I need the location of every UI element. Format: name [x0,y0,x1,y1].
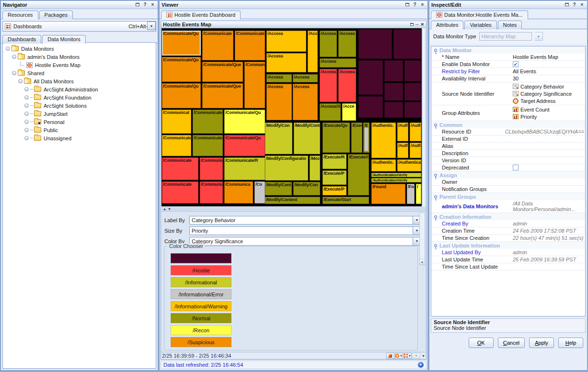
attribute-value[interactable]: Category BehaviorCategory SignificanceTa… [512,82,585,105]
treemap-cell[interactable]: /Communicate [235,31,265,60]
float-icon[interactable] [134,2,140,8]
annotate-button[interactable] [386,353,394,359]
color-swatch-informational-warning[interactable]: /Informational/Warning [171,301,231,311]
float-icon[interactable] [564,2,570,8]
color-swatch-informational[interactable]: /Informational [171,277,231,287]
attribute-value[interactable] [512,164,585,171]
tree-item-arcsight-foundation[interactable]: ArcSight Foundation [3,93,156,101]
treemap-cell[interactable]: /Authentication/Verify [371,173,421,177]
attribute-value[interactable] [512,263,585,270]
treemap-cell[interactable]: /Moc [310,156,320,180]
tree-expander-icon[interactable] [24,87,29,91]
cancel-button[interactable]: Cancel [498,338,525,348]
treemap-cell[interactable]: /Authenticat [397,159,421,171]
treemap-cell[interactable]: /Communicat [162,110,191,134]
treemap-cell[interactable]: /Execute/R [323,154,346,169]
treemap-cell[interactable]: /Commun [244,62,265,108]
attribute-value[interactable] [512,186,585,192]
treemap-cell[interactable]: /Execute/Qu [323,123,350,153]
treemap-cell[interactable] [404,60,421,81]
treemap-cell[interactable]: /Execute/Start [323,197,369,204]
treemap-cell[interactable]: /Communicate/Qu [224,110,265,134]
attribute-value[interactable]: admin [512,249,585,256]
tree-expander-icon[interactable] [24,112,29,116]
treemap-cell[interactable]: /Access [338,31,356,57]
treemap-cell[interactable]: /Modify/Cont [294,123,320,154]
layout-options-button[interactable]: ▼ [404,353,412,359]
treemap-cell[interactable]: /Communicate [162,135,191,156]
treemap-cell[interactable]: /Execute/P [323,170,346,185]
resource-type-selector[interactable]: Dashboards Ctrl+Alt+D [2,21,156,32]
size-by-select[interactable]: Priority [189,226,413,235]
treemap-cell[interactable]: /Execute/S [348,154,369,195]
attribute-value[interactable]: All Events [512,68,585,75]
treemap-cell[interactable]: /Communica [200,181,223,203]
treemap-cell[interactable]: /Access [266,84,292,120]
treemap-cell[interactable]: /Access [320,58,356,68]
float-icon[interactable] [410,22,414,27]
tree-expander-icon[interactable] [24,120,29,124]
treemap-cell[interactable] [384,102,403,118]
color-swatch-normal[interactable]: /Normal [171,313,231,323]
treemap-cell[interactable]: /Communica [200,158,223,180]
color-swatch-informational-error[interactable]: /Informational/Error [171,289,231,299]
apply-button[interactable]: Apply [529,338,554,348]
tree-item-arcsight-administration[interactable]: ArcSight Administration [3,85,156,93]
treemap-cell[interactable]: /Access [266,31,306,52]
treemap-cell[interactable]: /Communicate/Que [202,83,243,108]
subtab-notes[interactable]: Notes [498,21,522,29]
treemap-cell[interactable]: /Modify/Configuratio [265,156,308,180]
treemap-cell[interactable] [358,96,383,118]
tree-item-data-monitors[interactable]: Data Monitors [3,45,156,53]
controls-scrollbar[interactable]: ▼ [419,213,425,265]
tab-hostile-events-dashboard[interactable]: Hostile Events Dashboard [161,11,241,19]
treemap-cell[interactable]: /Communicate/R [224,158,265,180]
tree-item-personal[interactable]: Personal [3,118,156,126]
attribute-value[interactable] [512,179,585,185]
more-options-icon[interactable]: ▼ [422,354,425,358]
help-icon[interactable]: ? [142,2,148,8]
tree-expander-icon[interactable] [12,71,16,75]
tree-expander-icon[interactable] [6,46,10,51]
color-swatch-hostile[interactable]: /Hostile [171,265,231,275]
pane-splitter[interactable]: ▲ ▼ [161,207,426,211]
treemap-cell[interactable]: /Communicate [193,110,223,134]
treemap-cell[interactable]: /Auth [410,143,421,158]
tree-item-public[interactable]: Public [3,126,156,134]
treemap-cell[interactable]: /Execute/P [323,186,346,195]
tab-packages[interactable]: Packages [39,11,73,19]
float-icon[interactable] [404,2,410,8]
minimize-icon[interactable]: ─ [415,22,418,27]
treemap-cell[interactable]: /Modify/Content [265,197,320,204]
treemap-cell[interactable]: /Modify/Con [293,182,320,195]
treemap-cell[interactable] [364,127,369,151]
collapse-up-icon[interactable]: ▲ [163,207,166,211]
treemap-cell[interactable] [393,29,421,59]
treemap-cell[interactable]: /Authentication/Verify [371,178,421,182]
attribute-value[interactable]: CLbohqx8BABCSUrzqEQIYHA== [504,128,585,135]
treemap-cell[interactable]: /Communicate [202,31,233,60]
treemap-cell[interactable]: /Exec [351,123,362,153]
close-icon[interactable]: × [419,2,426,8]
label-by-select[interactable]: Category Behavior [189,216,413,225]
checkbox-checked[interactable]: ✔ [513,61,519,67]
tree-item-jumpstart[interactable]: JumpStart [3,110,156,118]
subtab-dashboards[interactable]: Dashboards [2,35,41,44]
collapse-down-icon[interactable]: ▼ [168,207,171,211]
attribute-value[interactable]: Hostile Events Map [512,54,585,60]
attribute-value[interactable]: 25 Feb 2009 16:39:59 PST [512,256,585,263]
attribute-value[interactable]: 24 Feb 2009 17:52:08 PST [512,227,585,234]
ok-button[interactable]: OK [469,338,494,348]
treemap-cell[interactable]: /Authentic. [371,159,396,171]
refresh-indicator-icon[interactable]: ▼ [418,362,424,368]
tab-resources[interactable]: Resources [2,11,38,19]
tree-item-unassigned[interactable]: Unassigned [3,134,156,142]
treemap-cell[interactable]: /Communicate/Qu [224,135,265,156]
treemap-cell[interactable]: /Communicate [193,135,223,156]
attribute-value[interactable] [512,143,585,149]
close-icon[interactable]: ✕ [420,22,424,27]
attribute-value[interactable]: 30 [512,75,585,82]
attribute-link[interactable]: Last Updated By [442,249,481,255]
tree-item-shared[interactable]: Shared [3,69,156,77]
treemap-cell[interactable]: /Access/S [320,103,341,121]
